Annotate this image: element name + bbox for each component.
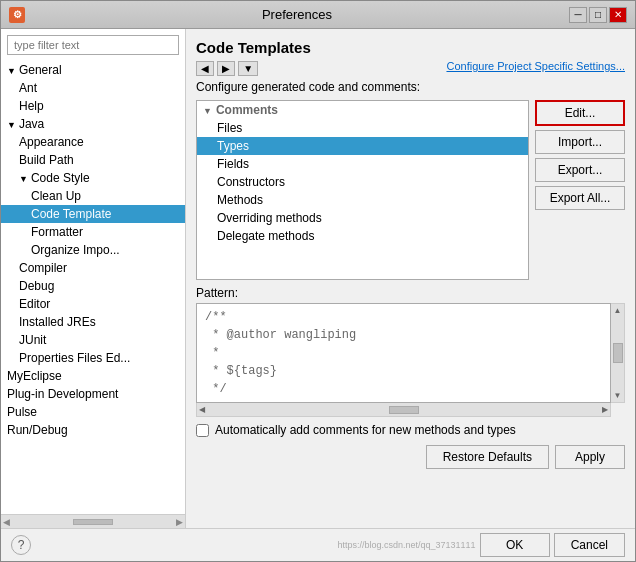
sidebar-item-appearance[interactable]: Appearance: [1, 133, 185, 151]
window-title: Preferences: [25, 7, 569, 22]
app-icon: ⚙: [9, 7, 25, 23]
pattern-section: Pattern: /** * @author wangliping * * ${…: [196, 286, 625, 417]
cancel-button[interactable]: Cancel: [554, 533, 625, 557]
main-panel: Code Templates ◀ ▶ ▼ Configure Project S…: [186, 29, 635, 528]
code-line-4: * ${tags}: [205, 362, 594, 380]
sidebar-item-codestyle[interactable]: ▼Code Style: [1, 169, 185, 187]
title-bar: ⚙ Preferences ─ □ ✕: [1, 1, 635, 29]
toolbar-icons: ◀ ▶ ▼: [196, 62, 258, 74]
sidebar-item-compiler[interactable]: Compiler: [1, 259, 185, 277]
restore-defaults-button[interactable]: Restore Defaults: [426, 445, 549, 469]
tree-item-delegatemethods[interactable]: Delegate methods: [197, 227, 528, 245]
main-footer-buttons: Restore Defaults Apply: [196, 445, 625, 469]
search-input[interactable]: [7, 35, 179, 55]
forward-button[interactable]: ▶: [217, 61, 235, 76]
sidebar-scrollbar[interactable]: ◀ ▶: [1, 514, 185, 528]
sidebar-item-propertiesfiles[interactable]: Properties Files Ed...: [1, 349, 185, 367]
watermark: https://blog.csdn.net/qq_37131111: [338, 540, 476, 550]
sidebar-item-codetemplate[interactable]: Code Template: [1, 205, 185, 223]
preferences-window: ⚙ Preferences ─ □ ✕ ▼General Ant Help ▼J…: [0, 0, 636, 562]
tree-item-constructors[interactable]: Constructors: [197, 173, 528, 191]
edit-button[interactable]: Edit...: [535, 100, 625, 126]
content-area: ▼General Ant Help ▼Java Appearance Build…: [1, 29, 635, 528]
sidebar-item-pulse[interactable]: Pulse: [1, 403, 185, 421]
sidebar-item-debug[interactable]: Debug: [1, 277, 185, 295]
code-line-2: * @author wangliping: [205, 326, 594, 344]
sidebar-item-help[interactable]: Help: [1, 97, 185, 115]
sidebar-item-buildpath[interactable]: Build Path: [1, 151, 185, 169]
configure-link[interactable]: Configure Project Specific Settings...: [446, 60, 625, 72]
window-controls: ─ □ ✕: [569, 7, 627, 23]
checkbox-row: Automatically add comments for new metho…: [196, 423, 625, 437]
sidebar-item-formatter[interactable]: Formatter: [1, 223, 185, 241]
ok-button[interactable]: OK: [480, 533, 550, 557]
code-line-5: */: [205, 380, 594, 398]
auto-comment-checkbox[interactable]: [196, 424, 209, 437]
tree-item-overridingmethods[interactable]: Overriding methods: [197, 209, 528, 227]
tree-item-files[interactable]: Files: [197, 119, 528, 137]
pattern-code-box: /** * @author wangliping * * ${tags} */: [196, 303, 611, 403]
sidebar-item-installedjres[interactable]: Installed JREs: [1, 313, 185, 331]
panel-title: Code Templates: [196, 39, 625, 56]
sidebar-item-editor[interactable]: Editor: [1, 295, 185, 313]
pattern-label: Pattern:: [196, 286, 625, 300]
bottom-buttons: https://blog.csdn.net/qq_37131111 OK Can…: [338, 533, 625, 557]
tree-item-comments[interactable]: ▼Comments: [197, 101, 528, 119]
down-button[interactable]: ▼: [238, 61, 258, 76]
minimize-button[interactable]: ─: [569, 7, 587, 23]
pattern-scrollbar[interactable]: ▲ ▼: [611, 303, 625, 403]
sidebar-item-organizeimpo[interactable]: Organize Impo...: [1, 241, 185, 259]
pattern-container: /** * @author wangliping * * ${tags} */ …: [196, 303, 625, 403]
checkbox-label: Automatically add comments for new metho…: [215, 423, 516, 437]
sidebar-item-plugindev[interactable]: Plug-in Development: [1, 385, 185, 403]
pattern-hscrollbar[interactable]: ◀ ▶: [196, 403, 611, 417]
sidebar-item-ant[interactable]: Ant: [1, 79, 185, 97]
sidebar-item-java[interactable]: ▼Java: [1, 115, 185, 133]
help-button[interactable]: ?: [11, 535, 31, 555]
export-all-button[interactable]: Export All...: [535, 186, 625, 210]
config-description: Configure generated code and comments:: [196, 80, 625, 94]
tree-item-methods[interactable]: Methods: [197, 191, 528, 209]
close-button[interactable]: ✕: [609, 7, 627, 23]
middle-section: ▼Comments Files Types Fields Constructor…: [196, 100, 625, 280]
sidebar-tree: ▼General Ant Help ▼Java Appearance Build…: [1, 61, 185, 514]
export-button[interactable]: Export...: [535, 158, 625, 182]
templates-tree[interactable]: ▼Comments Files Types Fields Constructor…: [196, 100, 529, 280]
tree-item-fields[interactable]: Fields: [197, 155, 528, 173]
sidebar-item-cleanup[interactable]: Clean Up: [1, 187, 185, 205]
maximize-button[interactable]: □: [589, 7, 607, 23]
sidebar-item-general[interactable]: ▼General: [1, 61, 185, 79]
bottom-bar: ? https://blog.csdn.net/qq_37131111 OK C…: [1, 528, 635, 561]
import-button[interactable]: Import...: [535, 130, 625, 154]
back-button[interactable]: ◀: [196, 61, 214, 76]
apply-button[interactable]: Apply: [555, 445, 625, 469]
sidebar: ▼General Ant Help ▼Java Appearance Build…: [1, 29, 186, 528]
tree-item-types[interactable]: Types: [197, 137, 528, 155]
sidebar-item-junit[interactable]: JUnit: [1, 331, 185, 349]
code-line-1: /**: [205, 308, 594, 326]
action-buttons: Edit... Import... Export... Export All..…: [535, 100, 625, 280]
sidebar-item-rundebug[interactable]: Run/Debug: [1, 421, 185, 439]
code-line-3: *: [205, 344, 594, 362]
sidebar-item-myeclipse[interactable]: MyEclipse: [1, 367, 185, 385]
